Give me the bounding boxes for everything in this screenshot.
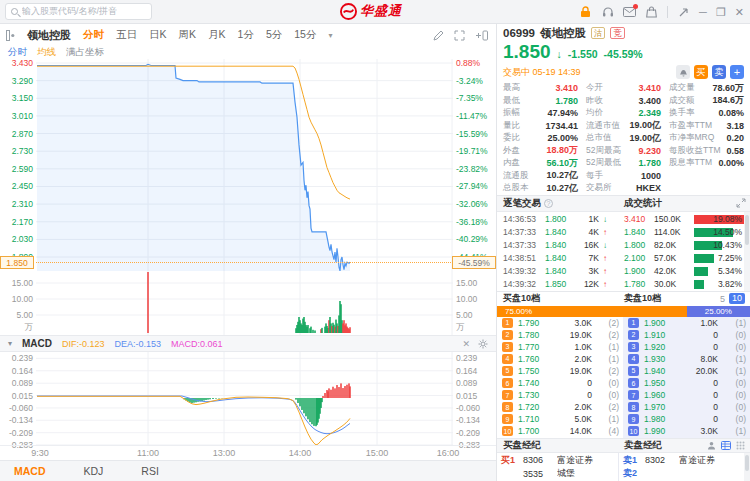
scrollbar[interactable] — [744, 453, 750, 481]
macd-pane[interactable]: 0.2390.2390.1640.1640.0890.0890.0150.015… — [0, 352, 496, 445]
change-percent: -45.59% — [604, 48, 643, 60]
orderbook-level[interactable]: 91.9800(0) — [623, 413, 750, 425]
volume-stat-row[interactable]: 1.840114.0K14.50% — [624, 226, 742, 239]
close-icon[interactable]: ✕ — [735, 7, 744, 18]
volume-stat-row[interactable]: 1.78030.0K3.82% — [624, 278, 742, 291]
orderbook-level[interactable]: 91.7105.0K(1) — [497, 413, 623, 425]
orderbook-level[interactable]: 101.9903.0K(1) — [623, 425, 750, 437]
orderbook-level[interactable]: 71.7300(0) — [497, 389, 623, 401]
search-input[interactable]: 输入股票代码/名称/拼音 — [5, 3, 152, 20]
sell-broker-list[interactable]: 卖18302富途证券卖2 — [618, 453, 750, 481]
orderbook-level[interactable]: 81.9700(0) — [623, 401, 750, 413]
add-panel-icon[interactable] — [475, 30, 488, 41]
maximize-icon[interactable]: ❐ — [716, 7, 726, 18]
mail-icon[interactable] — [623, 6, 636, 19]
tab-日K[interactable]: 日K — [149, 28, 167, 42]
pin-icon[interactable] — [677, 6, 690, 19]
depth-5-toggle[interactable]: 5 — [720, 294, 725, 304]
indicator-tab-MACD[interactable]: MACD — [14, 465, 46, 477]
orderbook-level[interactable]: 51.75019.0K(2) — [497, 365, 623, 377]
volume-axis-label: 15.00 — [0, 279, 33, 288]
sell-ratio: 25.00% — [687, 306, 750, 317]
gear-icon[interactable] — [478, 339, 488, 349]
lock-icon[interactable] — [579, 6, 592, 19]
list-view-icon[interactable] — [721, 441, 731, 450]
layout-toggle-icon[interactable] — [6, 30, 15, 41]
orderbook-level[interactable]: 11.9001.0K(1) — [623, 317, 750, 329]
volume-stat-row[interactable]: 1.90042.0K5.34% — [624, 265, 742, 278]
minimize-icon[interactable]: ─ — [699, 7, 707, 18]
info-icon[interactable]: ? — [544, 199, 553, 208]
tick-trade-row[interactable]: 14:38:511.8407K↑ — [503, 252, 618, 265]
tab-五日[interactable]: 五日 — [116, 28, 137, 42]
person-icon[interactable] — [707, 441, 716, 450]
chevron-down-icon[interactable]: ▾ — [328, 31, 332, 40]
volume-stat-row[interactable]: 2.10057.0K7.25% — [624, 252, 742, 265]
orderbook-level[interactable]: 41.9308.0K(1) — [623, 353, 750, 365]
orderbook-level[interactable]: 71.9600(0) — [623, 389, 750, 401]
expand-icon[interactable] — [454, 30, 465, 41]
indicator-tab-KDJ[interactable]: KDJ — [84, 465, 104, 477]
volume-stat-row[interactable]: 1.80082.0K10.43% — [624, 239, 742, 252]
broker-row[interactable]: 卖18302富途证券 — [619, 454, 750, 468]
pencil-icon[interactable] — [433, 30, 444, 41]
collapse-caret-icon[interactable]: ▾ — [8, 339, 12, 348]
broker-row[interactable]: 买18306富途证券 — [497, 454, 618, 468]
tab-月K[interactable]: 月K — [208, 28, 226, 42]
broker-row[interactable]: 卖2 — [619, 467, 750, 481]
tick-trade-row[interactable]: 14:37:331.84016K↓ — [503, 239, 618, 252]
tick-trade-row[interactable]: 14:36:531.8001K↓ — [503, 213, 618, 226]
tab-5分[interactable]: 5分 — [266, 28, 282, 42]
orderbook-level[interactable]: 61.9500(0) — [623, 377, 750, 389]
grid-dots-icon[interactable] — [736, 441, 745, 450]
tab-分时[interactable]: 分时 — [83, 28, 104, 42]
orderbook-level[interactable]: 81.7202.0K(2) — [497, 401, 623, 413]
tick-trades-title[interactable]: 逐笔交易 — [503, 197, 541, 210]
stat-cell: 市盈率TTM3.18 — [669, 120, 744, 132]
close-indicator-icon[interactable]: ✕ — [462, 339, 470, 349]
buy-broker-list[interactable]: 买18306富途证券3535城堡 — [497, 453, 618, 481]
tick-trade-row[interactable]: 14:39:321.85012K↑ — [503, 278, 618, 291]
orderbook-level[interactable]: 21.78019.0K(2) — [497, 329, 623, 341]
orderbook-level[interactable]: 31.9200(0) — [623, 341, 750, 353]
indicator-tab-RSI[interactable]: RSI — [141, 465, 159, 477]
orderbook-level[interactable]: 21.9100(0) — [623, 329, 750, 341]
orderbook-level[interactable]: 11.7903.0K(2) — [497, 317, 623, 329]
minute-chart[interactable]: 3.4303.2903.1503.0102.8702.7302.5902.450… — [0, 59, 496, 271]
expand-section-icon[interactable] — [736, 198, 746, 208]
volume-stat-row[interactable]: 3.410150.0K19.08% — [624, 213, 742, 226]
volume-pane[interactable]: 15.0015.0010.0010.005.005.00万万 — [0, 271, 496, 335]
broker-row[interactable]: 3535城堡 — [497, 467, 618, 481]
depth-10-toggle[interactable]: 10 — [729, 293, 745, 304]
tick-trade-row[interactable]: 14:37:331.8404K↑ — [503, 226, 618, 239]
stat-cell: 最低1.780 — [503, 95, 586, 107]
quick-sell-button[interactable]: 卖 — [712, 65, 726, 79]
ask-levels[interactable]: 11.9001.0K(1)21.9100(0)31.9200(0)41.9308… — [623, 317, 750, 438]
orderbook-level[interactable]: 101.70014.0K(4) — [497, 425, 623, 437]
tab-周K[interactable]: 周K — [179, 28, 197, 42]
indicator-tabs: MACDKDJRSI — [0, 460, 496, 481]
tab-1分[interactable]: 1分 — [238, 28, 254, 42]
logo-text: 华盛通 — [360, 2, 402, 20]
percent-axis-label: -23.82% — [456, 165, 488, 174]
orderbook-level[interactable]: 31.7701.0K(1) — [497, 341, 623, 353]
alert-bell-icon[interactable] — [676, 65, 690, 79]
price-axis-label: 2.870 — [0, 130, 33, 139]
tick-trade-list[interactable]: 14:36:531.8001K↓14:37:331.8404K↑14:37:33… — [497, 212, 618, 291]
add-watchlist-button[interactable]: + — [730, 65, 744, 79]
subtab[interactable]: 均线 — [37, 46, 56, 59]
scrollbar[interactable] — [744, 212, 750, 291]
change-arrow-icon: ↓ — [557, 48, 562, 60]
orderbook-level[interactable]: 61.7400(0) — [497, 377, 623, 389]
quick-buy-button[interactable]: 买 — [694, 65, 708, 79]
bid-levels[interactable]: 11.7903.0K(2)21.78019.0K(2)31.7701.0K(1)… — [497, 317, 623, 438]
volume-stats-list[interactable]: 3.410150.0K19.08%1.840114.0K14.50%1.8008… — [618, 212, 750, 291]
subtab[interactable]: 满占坐标 — [66, 46, 104, 59]
tab-15分[interactable]: 15分 — [294, 28, 316, 42]
volume-stats-title[interactable]: 成交统计 — [624, 197, 662, 210]
orderbook-level[interactable]: 41.7602.0K(1) — [497, 353, 623, 365]
tick-trade-row[interactable]: 14:39:321.8403K↑ — [503, 265, 618, 278]
orderbook-level[interactable]: 51.94020.0K(1) — [623, 365, 750, 377]
bag-icon[interactable] — [645, 6, 658, 19]
headset-icon[interactable] — [601, 6, 614, 19]
